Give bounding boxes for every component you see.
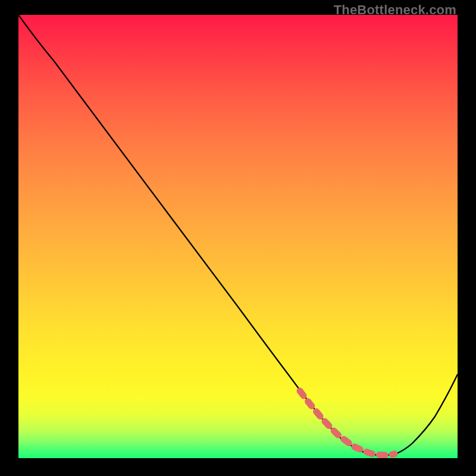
highlight-band	[300, 391, 394, 455]
plot-area	[18, 15, 458, 458]
watermark-text: TheBottleneck.com	[334, 2, 456, 18]
bottleneck-curve-svg	[18, 15, 458, 458]
bottleneck-curve	[18, 15, 458, 455]
